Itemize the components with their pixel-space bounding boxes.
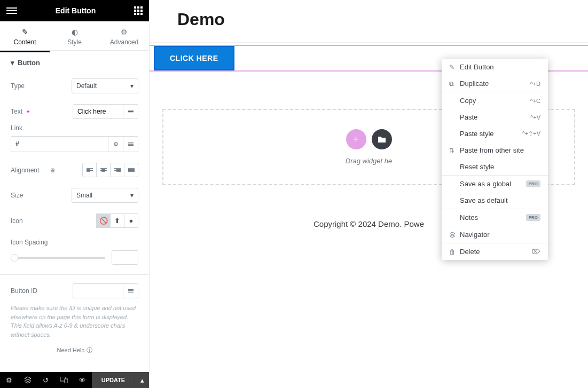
layers-icon (449, 232, 460, 238)
demo-button[interactable]: CLICK HERE (154, 46, 234, 70)
sidebar-footer: ⚙ ↺ 👁 UPDATE ▴ (0, 372, 149, 388)
link-dynamic-button[interactable] (123, 136, 138, 152)
ctx-paste-style[interactable]: Paste style^+⇧+V (442, 125, 548, 142)
button-id-input[interactable] (73, 283, 123, 298)
icon-upload-button[interactable]: ⬆ (110, 213, 124, 228)
link-label: Link (11, 124, 138, 132)
structure-button[interactable] (18, 372, 36, 388)
pro-badge: PRO (526, 180, 540, 187)
editor-sidebar: Edit Button ✎Content ◐Style ⚙Advanced ▾B… (0, 0, 150, 388)
copy-icon: ⧉ (449, 80, 460, 88)
align-left-button[interactable] (82, 163, 97, 177)
ctx-navigator[interactable]: Navigator (442, 226, 548, 243)
link-input[interactable] (11, 136, 108, 152)
responsive-button[interactable] (55, 372, 73, 388)
delete-key-icon: ⌦ (532, 248, 540, 255)
update-button[interactable]: UPDATE (92, 372, 135, 388)
swap-icon: ⇅ (449, 147, 460, 154)
slider-thumb[interactable] (11, 254, 18, 262)
icon-spacing-label: Icon Spacing (11, 239, 48, 246)
ai-sparkle-icon[interactable]: ✦ (26, 108, 30, 115)
gear-icon: ⚙ (99, 28, 149, 36)
icon-label: Icon (11, 217, 23, 225)
ctx-delete[interactable]: 🗑Delete⌦ (442, 243, 548, 260)
svg-rect-1 (65, 379, 68, 383)
tab-style[interactable]: ◐Style (50, 21, 99, 50)
settings-button[interactable]: ⚙ (0, 372, 18, 388)
text-label: Text✦ (11, 108, 30, 115)
alignment-label: Alignment 🖥 (11, 167, 55, 174)
devices-icon (60, 377, 68, 383)
align-justify-button[interactable] (124, 163, 138, 177)
pencil-icon: ✎ (449, 64, 460, 71)
trash-icon: 🗑 (449, 248, 460, 256)
add-template-button[interactable] (372, 129, 392, 149)
widgets-grid-icon[interactable] (134, 6, 143, 15)
dynamic-tags-button[interactable] (123, 104, 138, 119)
panel-title: Edit Button (56, 6, 96, 15)
folder-icon (378, 136, 386, 143)
ctx-edit-button[interactable]: ✎Edit Button (442, 59, 548, 75)
ctx-reset-style[interactable]: Reset style (442, 159, 548, 175)
ctx-save-global[interactable]: Save as a globalPRO (442, 176, 548, 192)
chevron-down-icon: ▾ (130, 192, 134, 199)
button-id-label: Button ID (11, 287, 37, 295)
ctx-save-default[interactable]: Save as default (442, 192, 548, 209)
ctx-duplicate[interactable]: ⧉Duplicate^+D (442, 75, 548, 92)
alignment-buttons (82, 163, 138, 177)
button-id-help: Please make sure the ID is unique and no… (0, 304, 149, 339)
ctx-copy[interactable]: Copy^+C (442, 92, 548, 109)
size-label: Size (11, 192, 23, 199)
history-button[interactable]: ↺ (37, 372, 55, 388)
context-menu: ✎Edit Button ⧉Duplicate^+D Copy^+C Paste… (442, 59, 548, 260)
caret-down-icon: ▾ (11, 59, 14, 67)
chevron-down-icon: ▾ (130, 82, 134, 90)
icon-spacing-value[interactable] (112, 250, 138, 265)
drop-text: Drag widget he (346, 157, 392, 165)
layers-icon (24, 376, 32, 384)
panel-body: ▾Button Type Default▾ Text✦ Link ⚙ (0, 52, 149, 372)
responsive-icon[interactable]: 🖥 (49, 167, 55, 173)
link-options-button[interactable]: ⚙ (108, 136, 123, 152)
ctx-notes[interactable]: NotesPRO (442, 209, 548, 226)
size-select[interactable]: Small▾ (72, 188, 138, 203)
preview-button[interactable]: 👁 (73, 372, 91, 388)
section-header-button[interactable]: ▾Button (0, 52, 149, 73)
add-section-button[interactable]: + (346, 129, 366, 149)
type-label: Type (11, 82, 25, 90)
icon-library-button[interactable]: ● (124, 213, 138, 228)
align-center-button[interactable] (96, 163, 111, 177)
menu-icon[interactable] (6, 7, 17, 14)
style-icon: ◐ (50, 28, 99, 36)
tab-content[interactable]: ✎Content (0, 21, 50, 50)
need-help-link[interactable]: Need Help ⓘ (0, 339, 149, 362)
text-input[interactable] (73, 104, 123, 119)
type-select[interactable]: Default▾ (72, 78, 138, 93)
ctx-paste-other[interactable]: ⇅Paste from other site (442, 142, 548, 159)
pro-badge: PRO (526, 214, 540, 221)
panel-tabs: ✎Content ◐Style ⚙Advanced (0, 21, 149, 51)
ctx-paste[interactable]: Paste^+V (442, 109, 548, 125)
button-id-dynamic[interactable] (123, 283, 138, 298)
page-header: Demo (150, 0, 588, 43)
save-options-button[interactable]: ▴ (135, 372, 149, 388)
tab-advanced[interactable]: ⚙Advanced (99, 21, 149, 50)
icon-none-button[interactable]: 🚫 (96, 213, 111, 228)
align-right-button[interactable] (110, 163, 124, 177)
icon-spacing-slider[interactable] (11, 257, 105, 259)
pencil-icon: ✎ (0, 28, 50, 36)
page-title: Demo (177, 10, 560, 29)
sidebar-header: Edit Button (0, 0, 149, 21)
